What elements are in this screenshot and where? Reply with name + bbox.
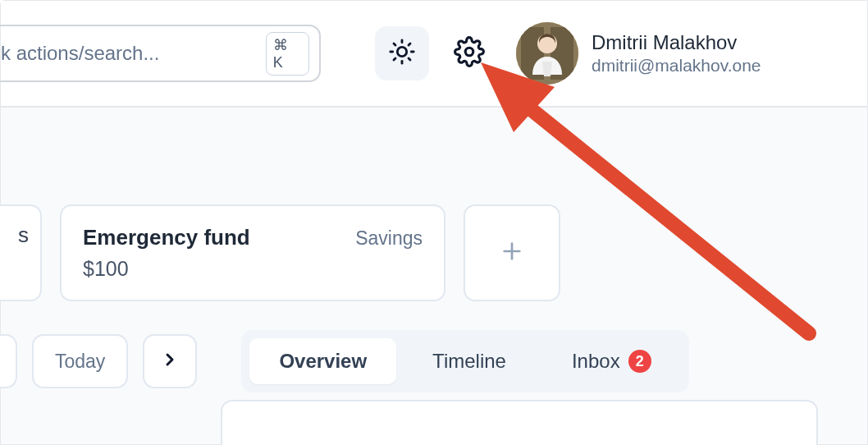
account-title: Emergency fund — [83, 225, 250, 250]
tab-timeline-label: Timeline — [432, 350, 506, 373]
avatar — [516, 22, 578, 85]
app-header: ⌘ K — [1, 1, 867, 108]
main-content: s Emergency fund Savings $100 Today — [1, 108, 867, 444]
search-box[interactable]: ⌘ K — [0, 25, 321, 82]
tabs: Overview Timeline Inbox 2 — [241, 330, 688, 392]
tab-inbox[interactable]: Inbox 2 — [542, 338, 681, 384]
content-panel — [221, 400, 818, 445]
add-account-button[interactable] — [464, 204, 560, 301]
svg-point-9 — [465, 48, 473, 56]
user-info: Dmitrii Malakhov dmitrii@malakhov.one — [592, 31, 761, 76]
tab-timeline[interactable]: Timeline — [403, 338, 536, 384]
svg-line-3 — [394, 44, 395, 45]
user-menu[interactable]: Dmitrii Malakhov dmitrii@malakhov.one — [516, 22, 761, 85]
plus-icon — [499, 238, 525, 268]
today-button[interactable]: Today — [32, 334, 128, 388]
accounts-row: s Emergency fund Savings $100 — [0, 204, 560, 301]
search-input[interactable] — [1, 42, 266, 65]
svg-line-4 — [409, 58, 410, 60]
svg-line-8 — [409, 44, 410, 45]
date-nav-next[interactable] — [143, 334, 197, 388]
tab-overview[interactable]: Overview — [249, 338, 396, 384]
svg-point-0 — [397, 47, 406, 56]
inbox-badge: 2 — [628, 350, 651, 373]
tab-overview-label: Overview — [279, 350, 367, 373]
controls-row: Today Overview Timeline Inbox 2 — [0, 330, 867, 392]
user-email: dmitrii@malakhov.one — [592, 56, 761, 76]
search-shortcut: ⌘ K — [266, 32, 309, 76]
svg-line-7 — [394, 58, 395, 60]
gear-icon — [454, 36, 485, 71]
theme-toggle-button[interactable] — [375, 26, 429, 80]
account-card-partial-trail: s — [18, 222, 29, 248]
user-name: Dmitrii Malakhov — [592, 31, 761, 54]
account-type: Savings — [355, 227, 423, 250]
account-amount: $100 — [83, 257, 423, 281]
sun-icon — [388, 38, 416, 69]
settings-button[interactable] — [442, 26, 496, 80]
date-nav-prev-partial[interactable] — [0, 334, 17, 388]
account-card-partial[interactable]: s — [0, 204, 42, 301]
chevron-right-icon — [160, 350, 180, 373]
account-card[interactable]: Emergency fund Savings $100 — [60, 204, 445, 301]
today-label: Today — [55, 351, 105, 373]
tab-inbox-label: Inbox — [572, 350, 620, 373]
